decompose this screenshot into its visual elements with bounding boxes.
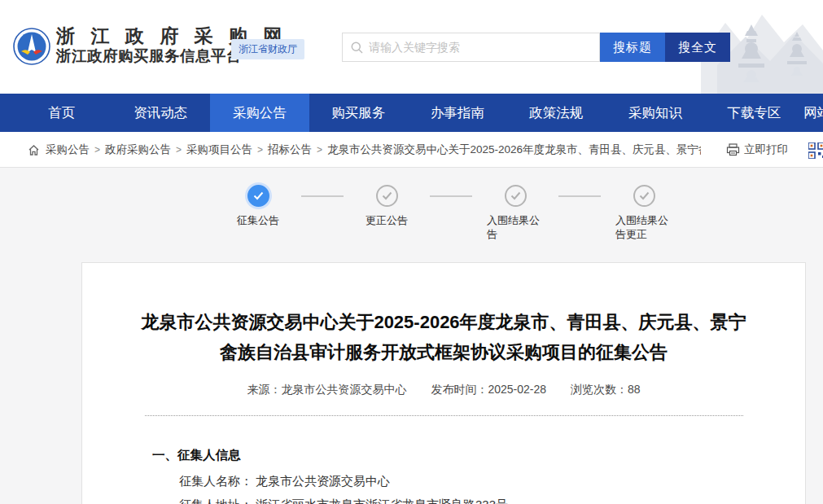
check-icon bbox=[247, 185, 269, 207]
field-label: 征集人地址： bbox=[179, 497, 252, 504]
breadcrumb-item[interactable]: 招标公告 bbox=[268, 142, 312, 157]
breadcrumb: 采购公告 > 政府采购公告 > 采购项目公告 > 招标公告 > 龙泉市公共资源交… bbox=[28, 132, 701, 168]
nav-item-site-tools[interactable]: 网站工具 bbox=[803, 94, 823, 132]
nav-item-knowledge[interactable]: 采购知识 bbox=[606, 94, 705, 132]
printer-icon bbox=[726, 143, 740, 156]
source-value: 龙泉市公共资源交易中心 bbox=[282, 383, 407, 396]
announcement-meta: 来源：龙泉市公共资源交易中心 发布时间：2025-02-28 浏览次数：88 bbox=[82, 383, 805, 397]
breadcrumb-separator: > bbox=[176, 144, 182, 156]
step-connector bbox=[301, 195, 344, 197]
step-shortlist-result-correction[interactable]: 入围结果公告更正 bbox=[612, 185, 676, 241]
search-icon bbox=[351, 42, 363, 54]
nav-item-procurement-notice[interactable]: 采购公告 bbox=[210, 94, 309, 132]
breadcrumb-item[interactable]: 采购公告 bbox=[46, 142, 90, 157]
dotted-divider bbox=[145, 415, 743, 416]
search-bar: 搜标题 搜全文 bbox=[342, 33, 730, 62]
field-value: 浙江省丽水市龙泉市浙江省龙泉市贤良路333号 bbox=[256, 497, 508, 504]
section-heading-collector-info: 一、征集人信息 bbox=[152, 447, 805, 464]
breadcrumb-item[interactable]: 政府采购公告 bbox=[105, 142, 171, 157]
breadcrumb-current: 龙泉市公共资源交易中心关于2025-2026年度龙泉市、青田县、庆元县、景宁畲族… bbox=[327, 142, 701, 157]
step-label: 入围结果公告更正 bbox=[615, 213, 672, 241]
field-label: 征集人名称： bbox=[179, 474, 252, 488]
nav-item-download[interactable]: 下载专区 bbox=[705, 94, 804, 132]
views-value: 88 bbox=[628, 383, 641, 396]
publish-value: 2025-02-28 bbox=[488, 383, 546, 396]
views-label: 浏览次数： bbox=[571, 383, 628, 396]
qr-code-icon[interactable] bbox=[808, 142, 823, 162]
collector-name-row: 征集人名称：龙泉市公共资源交易中心 bbox=[179, 475, 805, 488]
breadcrumb-separator: > bbox=[94, 144, 100, 156]
site-logo-icon bbox=[13, 28, 50, 65]
print-label: 立即打印 bbox=[744, 142, 788, 157]
search-title-button[interactable]: 搜标题 bbox=[600, 33, 665, 62]
breadcrumb-item[interactable]: 采购项目公告 bbox=[186, 142, 252, 157]
print-button[interactable]: 立即打印 bbox=[726, 132, 788, 168]
search-fulltext-button[interactable]: 搜全文 bbox=[665, 33, 730, 62]
breadcrumb-bar: 采购公告 > 政府采购公告 > 采购项目公告 > 招标公告 > 龙泉市公共资源交… bbox=[0, 132, 823, 168]
step-shortlist-result[interactable]: 入围结果公告 bbox=[484, 185, 547, 241]
step-connector bbox=[558, 195, 601, 197]
search-input[interactable] bbox=[343, 33, 599, 61]
nav-item-guide[interactable]: 办事指南 bbox=[408, 94, 507, 132]
step-connector bbox=[430, 195, 472, 197]
announcement-stepper: 征集公告 更正公告 入围结果公告 入围结果公告更正 bbox=[81, 185, 806, 241]
step-correction-notice[interactable]: 更正公告 bbox=[355, 185, 418, 241]
check-icon bbox=[505, 185, 527, 207]
breadcrumb-separator: > bbox=[317, 144, 322, 156]
nav-item-home[interactable]: 首页 bbox=[12, 94, 112, 132]
breadcrumb-separator: > bbox=[257, 144, 263, 156]
field-value: 龙泉市公共资源交易中心 bbox=[256, 474, 390, 488]
home-icon[interactable] bbox=[28, 144, 40, 156]
step-label: 更正公告 bbox=[366, 213, 408, 227]
step-label: 入围结果公告 bbox=[487, 213, 544, 241]
site-header: 浙 江 政 府 采 购 网 浙江政府购买服务信息平台 浙江省财政厅 搜标题 搜全… bbox=[0, 0, 823, 94]
finance-department-badge: 浙江省财政厅 bbox=[231, 39, 304, 59]
main-nav: 首页 资讯动态 采购公告 购买服务 办事指南 政策法规 采购知识 下载专区 网站… bbox=[0, 94, 823, 132]
nav-item-policy[interactable]: 政策法规 bbox=[507, 94, 606, 132]
publish-label: 发布时间： bbox=[431, 383, 488, 396]
announcement-title: 龙泉市公共资源交易中心关于2025-2026年度龙泉市、青田县、庆元县、景宁畲族… bbox=[138, 307, 749, 367]
check-icon bbox=[376, 185, 398, 207]
announcement-card: 龙泉市公共资源交易中心关于2025-2026年度龙泉市、青田县、庆元县、景宁畲族… bbox=[81, 262, 806, 504]
step-label: 征集公告 bbox=[237, 213, 279, 227]
check-icon bbox=[633, 185, 655, 207]
source-label: 来源： bbox=[247, 383, 282, 396]
nav-item-news[interactable]: 资讯动态 bbox=[112, 94, 211, 132]
collector-address-row: 征集人地址：浙江省丽水市龙泉市浙江省龙泉市贤良路333号 bbox=[179, 498, 805, 504]
step-collection-notice[interactable]: 征集公告 bbox=[226, 185, 290, 241]
nav-item-purchase-service[interactable]: 购买服务 bbox=[309, 94, 409, 132]
